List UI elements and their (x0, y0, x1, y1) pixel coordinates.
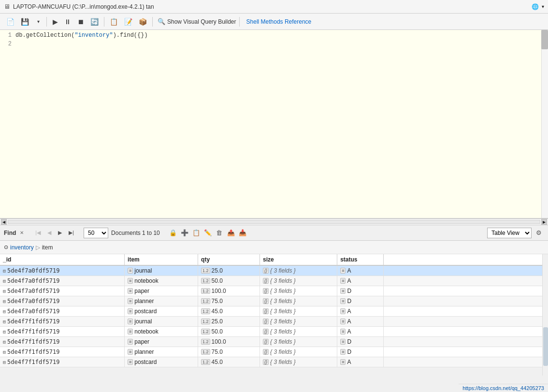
save-dropdown-button[interactable]: ▾ (33, 15, 43, 28)
id-icon: ⊞ (3, 339, 6, 345)
cell-size-1: {} { 3 fields } (260, 276, 337, 286)
scroll-left-btn[interactable]: ◀ (1, 219, 7, 225)
add-button[interactable]: ➕ (179, 228, 190, 238)
table-row[interactable]: ⊞ 5de4f7a0fdf5719≡ planner1.2 75.0{} { 3… (0, 296, 548, 306)
editor-scrollbar-y[interactable] (541, 30, 548, 218)
visual-query-builder[interactable]: 🔍 Show Visual Query Builder (158, 18, 236, 25)
cell-id-7: ⊞ 5de4f7f1fdf5719 (0, 337, 125, 347)
table-row[interactable]: ⊞ 5de4f7a0fdf5719≡ paper1.2 100.0{} { 3 … (0, 286, 548, 296)
right-scrollbar[interactable] (542, 254, 548, 376)
window-title: LAPTOP-AMNCUAFU (C:\P...in\mongod.exe-4.… (13, 3, 154, 10)
str-badge-status: ≡ (340, 329, 346, 334)
breadcrumb-collection[interactable]: inventory (10, 244, 34, 251)
obj-badge: {} (263, 359, 269, 365)
col-header-item[interactable]: item (125, 254, 198, 265)
num-badge: 1.2 (201, 319, 210, 324)
separator-2 (104, 17, 104, 27)
cell-empty-5 (384, 317, 548, 327)
num-badge: 1.2 (201, 359, 210, 365)
str-badge: ≡ (128, 359, 133, 365)
import-button[interactable]: 📥 (237, 228, 248, 238)
num-badge: 1.2 (201, 278, 210, 284)
globe-icon[interactable]: 🌐 (532, 3, 539, 10)
num-badge: 1.2 (201, 288, 210, 294)
col-header-qty[interactable]: qty (198, 254, 260, 265)
cell-item-3: ≡ planner (125, 296, 198, 306)
shell-methods-link[interactable]: Shell Methods Reference (246, 18, 312, 25)
cell-qty-6: 1.2 50.0 (198, 327, 260, 337)
cell-item-5: ≡ journal (125, 317, 198, 327)
delete-button[interactable]: 🗑 (214, 228, 225, 238)
scroll-right-btn[interactable]: ▶ (541, 219, 547, 225)
cell-qty-2: 1.2 100.0 (198, 286, 260, 296)
new-file-button[interactable]: 📄 (4, 15, 17, 28)
lock-button[interactable]: 🔒 (168, 228, 178, 238)
find-bar-close-icon[interactable]: ✕ (20, 230, 24, 235)
cell-status-8: ≡ D (337, 347, 384, 357)
editor-scrollbar-thumb[interactable] (541, 30, 548, 49)
url-bar: https://blog.csdn.net/qq_44205273 (459, 384, 548, 392)
run-button[interactable]: ▶ (50, 15, 60, 28)
str-badge: ≡ (128, 308, 133, 314)
nav-next-button[interactable]: ▶ (56, 229, 64, 237)
cell-status-1: ≡ A (337, 276, 384, 286)
obj-badge: {} (263, 278, 269, 284)
settings-button[interactable]: ⚙ (534, 228, 544, 238)
id-icon: ⊞ (3, 329, 6, 334)
num-badge: 1.2 (201, 339, 210, 345)
edit2-button[interactable]: ✏️ (202, 228, 213, 238)
obj-badge: {} (263, 339, 269, 345)
page-size-select[interactable]: 50 100 200 (84, 228, 108, 238)
table-header-row: _id item qty size status (0, 254, 548, 265)
editor-hscrollbar[interactable]: ◀ ▶ (0, 218, 548, 225)
str-badge-status: ≡ (340, 278, 346, 284)
editor-content[interactable]: 1 db.getCollection("inventory").find({})… (0, 30, 548, 218)
package-button[interactable]: 📦 (136, 15, 149, 28)
nav-last-button[interactable]: ▶| (67, 229, 76, 237)
cell-qty-3: 1.2 75.0 (198, 296, 260, 306)
id-icon: ⊞ (3, 289, 6, 294)
scroll-track[interactable] (8, 220, 540, 224)
table-row[interactable]: ⊞ 5de4f7f1fdf5719≡ planner1.2 75.0{} { 3… (0, 347, 548, 357)
copy-button[interactable]: 📋 (107, 15, 120, 28)
docs-info: Documents 1 to 10 (111, 230, 160, 236)
save-button[interactable]: 💾 (18, 15, 31, 28)
edit-button[interactable]: 📝 (122, 15, 135, 28)
pause-button[interactable]: ⏸ (62, 15, 73, 28)
stop-button[interactable]: ⏹ (75, 15, 87, 28)
cell-id-4: ⊞ 5de4f7a0fdf5719 (0, 306, 125, 317)
id-icon: ⊞ (3, 309, 6, 314)
editor-area[interactable]: 1 db.getCollection("inventory").find({})… (0, 30, 548, 218)
separator-3 (152, 17, 153, 27)
cell-id-2: ⊞ 5de4f7a0fdf5719 (0, 286, 125, 296)
right-scrollbar-thumb[interactable] (543, 327, 548, 366)
cell-id-9: ⊞ 5de4f7f1fdf5719 (0, 357, 125, 367)
table-row[interactable]: ⊞ 5de4f7f1fdf5719≡ postcard1.2 45.0{} { … (0, 357, 548, 367)
table-row[interactable]: ⊞ 5de4f7f1fdf5719≡ notebook1.2 50.0{} { … (0, 327, 548, 337)
table-row[interactable]: ⊞ 5de4f7f1fdf5719≡ paper1.2 100.0{} { 3 … (0, 337, 548, 347)
visual-query-label: Show Visual Query Builder (167, 18, 236, 25)
table-row[interactable]: ⊞ 5de4f7a0fdf5719≡ notebook1.2 50.0{} { … (0, 276, 548, 286)
table-row[interactable]: ⊞ 5de4f7f1fdf5719≡ journal1.2 25.0{} { 3… (0, 317, 548, 327)
nav-first-button[interactable]: |◀ (33, 229, 43, 237)
export-button[interactable]: 📤 (226, 228, 236, 238)
col-header-size[interactable]: size (260, 254, 337, 265)
str-badge-status: ≡ (340, 349, 346, 355)
col-header-id[interactable]: _id (0, 254, 125, 265)
reload-button[interactable]: 🔄 (88, 15, 101, 28)
cell-empty-4 (384, 306, 548, 317)
separator-1 (46, 17, 47, 27)
table-row[interactable]: ⊞ 5de4f7a0fdf5719≡ postcard1.2 45.0{} { … (0, 306, 548, 317)
table-row[interactable]: ⊞ 5de4f7a0fdf5719≡ journal1.2 25.0{} { 3… (0, 265, 548, 276)
col-header-status[interactable]: status (337, 254, 384, 265)
results-table: _id item qty size status ⊞ 5de4f7a0fdf57… (0, 254, 548, 367)
cell-item-7: ≡ paper (125, 337, 198, 347)
cell-empty-0 (384, 265, 548, 276)
nav-prev-button[interactable]: ◀ (45, 229, 53, 237)
copy-button[interactable]: 📋 (191, 228, 202, 238)
col-header-empty (384, 254, 548, 265)
cell-item-9: ≡ postcard (125, 357, 198, 367)
line-number-1: 1 (2, 32, 12, 39)
view-select[interactable]: Table View JSON View (487, 228, 532, 238)
dropdown-arrow-icon[interactable]: ▾ (542, 4, 544, 9)
